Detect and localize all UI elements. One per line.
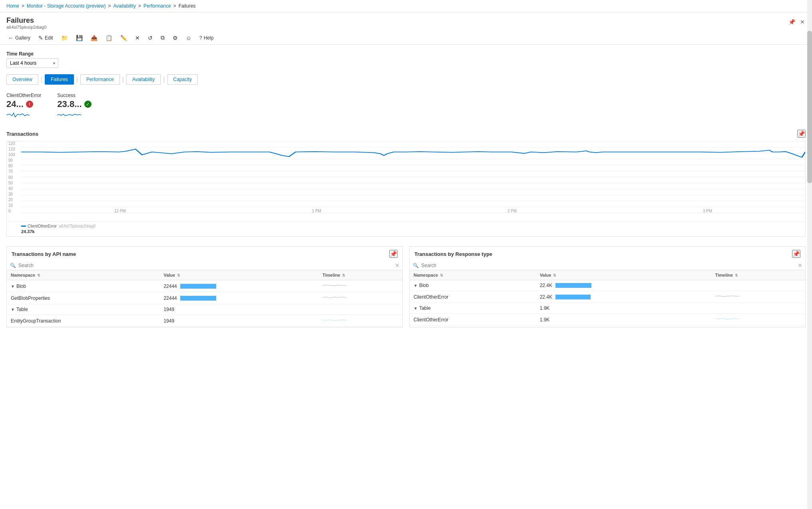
- breadcrumb-performance[interactable]: Performance: [143, 3, 171, 9]
- settings-icon: ⚙: [173, 35, 178, 41]
- sparkline-error: [6, 111, 41, 120]
- table-row: ▼Blob 22.4K: [410, 280, 805, 291]
- cancel-button[interactable]: ✕: [133, 34, 141, 42]
- breadcrumb-availability[interactable]: Availability: [113, 3, 135, 9]
- col-namespace-r: Namespace ⇅: [410, 270, 536, 280]
- help-label: Help: [204, 35, 214, 41]
- close-window-button[interactable]: ✕: [799, 18, 806, 26]
- save-icon: 💾: [76, 35, 83, 41]
- table-row: GetBlobProperties 22444: [7, 292, 402, 304]
- edit-button[interactable]: ✎ Edit: [37, 34, 55, 42]
- back-icon: ←: [8, 35, 14, 41]
- save-button[interactable]: 💾: [74, 34, 84, 42]
- search-clear-icon[interactable]: ✕: [395, 263, 399, 268]
- toolbar: ← Gallery ✎ Edit 📁 💾 📤 📋 ✏️ ✕ ↺ ⧉ ⚙ ☺ ? …: [0, 31, 812, 45]
- settings-button[interactable]: ⚙: [171, 34, 179, 42]
- sort-icon-r3: ⇅: [735, 273, 738, 277]
- refresh-button[interactable]: ↺: [146, 34, 154, 42]
- table-api-data: Namespace ⇅ Value ⇅ Timeline ⇅ ▼Blob 224…: [7, 270, 402, 327]
- tab-failures[interactable]: Failures: [45, 74, 74, 85]
- table-row: ▼Blob 22444: [7, 280, 402, 292]
- pen-icon: ✏️: [120, 35, 127, 41]
- tab-performance[interactable]: Performance: [80, 74, 120, 85]
- expand-icon[interactable]: ▼: [11, 284, 15, 289]
- table-response-data: Namespace ⇅ Value ⇅ Timeline ⇅ ▼Blob 22.…: [410, 270, 805, 326]
- transactions-chart-section: Transactions 📌 0 10 20 30 40 50 60 70 80…: [6, 130, 806, 237]
- chart-x-labels: 12 PM 1 PM 2 PM 3 PM: [21, 209, 805, 213]
- table-row: ▼Table 1.9K: [410, 303, 805, 314]
- time-range-label: Time Range: [6, 51, 806, 57]
- metric-label-error: ClientOtherError: [6, 93, 41, 98]
- expand-icon-2[interactable]: ▼: [11, 307, 15, 312]
- time-range-select[interactable]: Last 1 hour Last 4 hours Last 12 hours L…: [6, 58, 58, 68]
- transactions-line: [21, 141, 805, 205]
- breadcrumb-current: Failures: [179, 3, 196, 9]
- chart-plot: 12 PM 1 PM 2 PM 3 PM: [21, 141, 805, 213]
- col-timeline-r: Timeline ⇅: [711, 270, 805, 280]
- chart-y-labels: 0 10 20 30 40 50 60 70 80 90 100 110 120: [7, 141, 21, 213]
- table-row: ClientOtherError 1.9K: [410, 314, 805, 326]
- col-value: Value ⇅: [159, 270, 318, 280]
- metric-label-success: Success: [57, 93, 91, 98]
- chart-area: 0 10 20 30 40 50 60 70 80 90 100 110 120: [6, 141, 806, 237]
- table-api-search-input[interactable]: [18, 263, 393, 268]
- breadcrumb-home[interactable]: Home: [6, 3, 19, 9]
- breadcrumb: Home > Monitor - Storage Accounts (previ…: [0, 0, 812, 12]
- expand-icon-r1[interactable]: ▼: [414, 283, 418, 288]
- sparkline-success: [57, 111, 91, 120]
- tab-overview[interactable]: Overview: [6, 74, 38, 85]
- table-response-title: Transactions by Response type: [414, 251, 492, 257]
- gallery-label: Gallery: [15, 35, 30, 41]
- error-icon: !: [26, 101, 33, 108]
- chart-legend: ClientOtherError a64sl75plosip2diag0 24.…: [7, 221, 805, 236]
- share-button[interactable]: 📋: [104, 34, 114, 42]
- col-namespace: Namespace ⇅: [7, 270, 159, 280]
- refresh-icon: ↺: [148, 35, 153, 41]
- breadcrumb-monitor[interactable]: Monitor - Storage Accounts (preview): [27, 3, 105, 9]
- table-row: ▼Table 1949: [7, 304, 402, 315]
- upload-button[interactable]: 📤: [89, 34, 99, 42]
- tab-availability[interactable]: Availability: [126, 74, 161, 85]
- table-response-type: Transactions by Response type 📌 🔍 ✕ Name…: [409, 246, 806, 327]
- sort-icon-r2: ⇅: [553, 273, 556, 277]
- table-api-pin-button[interactable]: 📌: [389, 250, 398, 258]
- pencil-icon: ✎: [38, 35, 43, 41]
- tabs-row: Overview | Failures | Performance | Avai…: [6, 74, 806, 85]
- help-button[interactable]: ? Help: [198, 34, 215, 42]
- tab-capacity[interactable]: Capacity: [167, 74, 198, 85]
- table-response-pin-button[interactable]: 📌: [792, 250, 800, 258]
- x-icon: ✕: [135, 35, 140, 41]
- sort-icon-2: ⇅: [177, 273, 180, 277]
- time-range-section: Time Range Last 1 hour Last 4 hours Last…: [6, 51, 806, 68]
- table-response-search-input[interactable]: [421, 263, 796, 268]
- gallery-button[interactable]: ← Gallery: [6, 34, 32, 42]
- sort-icon: ⇅: [37, 273, 40, 277]
- scrollbar-track: [807, 0, 812, 509]
- pin-window-button[interactable]: 📌: [788, 18, 796, 26]
- col-timeline: Timeline ⇅: [318, 270, 402, 280]
- metrics-row: ClientOtherError 24... ! Success 23.8...…: [6, 93, 806, 120]
- table-response-search-row: 🔍 ✕: [410, 261, 805, 270]
- table-api-name: Transactions by API name 📌 🔍 ✕ Namespace…: [6, 246, 403, 327]
- success-icon: ✓: [84, 101, 92, 108]
- sort-icon-r: ⇅: [440, 273, 443, 277]
- page-subtitle: a64sl75plosip2diag0: [6, 25, 806, 30]
- expand-icon-r2[interactable]: ▼: [414, 306, 418, 311]
- chart-pin-button[interactable]: 📌: [797, 130, 806, 138]
- folder-button[interactable]: 📁: [60, 34, 70, 42]
- search-clear-icon-2[interactable]: ✕: [798, 263, 802, 268]
- tables-row: Transactions by API name 📌 🔍 ✕ Namespace…: [6, 246, 806, 327]
- edit-label: Edit: [45, 35, 53, 41]
- legend-value: 24.37k: [21, 229, 35, 234]
- metric-success: Success 23.8... ✓: [57, 93, 91, 120]
- question-icon: ?: [199, 35, 202, 41]
- table-api-title: Transactions by API name: [12, 251, 76, 257]
- col-value-r: Value ⇅: [536, 270, 711, 280]
- sort-icon-3: ⇅: [342, 273, 345, 277]
- page-title: Failures: [6, 16, 806, 25]
- scrollbar-thumb[interactable]: [807, 31, 812, 184]
- folder-icon: 📁: [61, 35, 68, 41]
- pen-button[interactable]: ✏️: [119, 34, 129, 42]
- emoji-button[interactable]: ☺: [184, 34, 193, 42]
- copy-button[interactable]: ⧉: [159, 34, 166, 42]
